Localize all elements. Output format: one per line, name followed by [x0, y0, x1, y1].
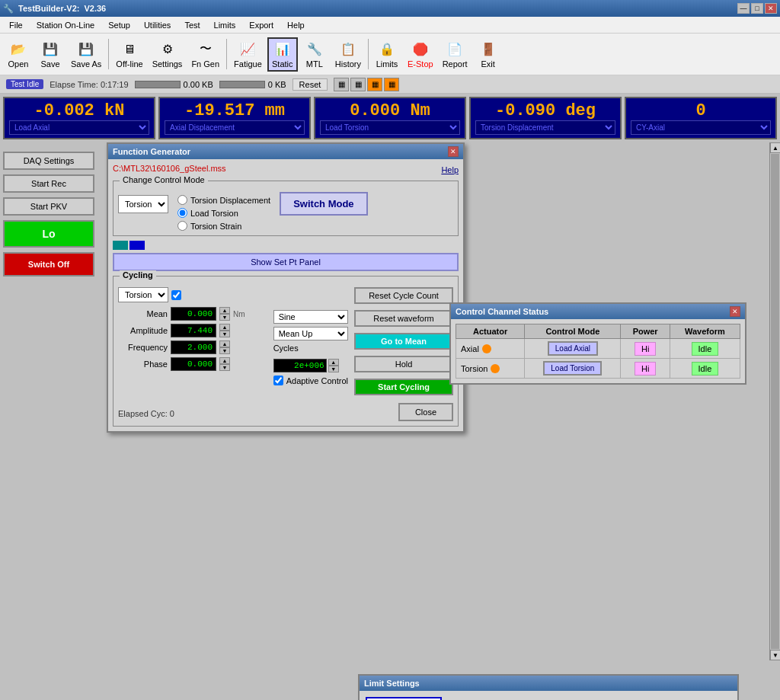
settings-icon: ⚙	[158, 40, 177, 59]
ccs-close-button[interactable]: ✕	[730, 306, 740, 317]
cycles-up[interactable]: ▲	[328, 359, 339, 366]
load-axial-mode-button[interactable]: Load Axial	[548, 341, 598, 356]
grid-icon-1[interactable]: ▦	[334, 78, 349, 91]
estop-button[interactable]: 🛑 E-Stop	[404, 38, 437, 71]
radio-torsion-displacement[interactable]: Torsion Displacement	[177, 195, 270, 205]
phase-up[interactable]: ▲	[219, 357, 230, 364]
mean-up[interactable]: ▲	[219, 307, 230, 314]
scroll-down-button[interactable]: ▼	[770, 650, 780, 660]
grid-icon-2[interactable]: ▦	[350, 78, 366, 91]
limits-button[interactable]: 🔒 Limits	[372, 38, 402, 71]
menu-export[interactable]: Export	[243, 19, 280, 31]
hold-button[interactable]: Hold	[354, 356, 453, 372]
fg-help-link[interactable]: Help	[441, 165, 459, 174]
cycling-checkbox[interactable]	[171, 290, 181, 300]
ccs-mode-axial: Load Axial	[525, 339, 621, 359]
start-cycling-button[interactable]: Start Cycling	[354, 379, 453, 395]
radio-load-torsion[interactable]: Load Torsion	[177, 208, 270, 218]
radio-torsion-strain[interactable]: Torsion Strain	[177, 221, 270, 231]
cycles-down[interactable]: ▼	[328, 366, 339, 372]
cycling-section: Cycling Torsion Axial Mean	[113, 276, 459, 427]
switch-mode-button[interactable]: Switch Mode	[280, 192, 367, 216]
axial-displacement-channel-select[interactable]: Axial Displacement	[165, 120, 305, 135]
direction-select[interactable]: Mean Up Mean Down	[273, 327, 348, 340]
report-button[interactable]: 📄 Report	[439, 38, 472, 71]
show-setpt-button[interactable]: Show Set Pt Panel	[113, 253, 459, 271]
load-torsion-channel-select[interactable]: Load Torsion	[320, 120, 460, 135]
mean-down[interactable]: ▼	[219, 314, 230, 321]
frequency-spinner[interactable]: ▲ ▼	[219, 340, 230, 354]
cy-axial-channel-select[interactable]: CY-Axial	[631, 120, 771, 135]
ccs-waveform-torsion: Idle	[670, 359, 740, 379]
start-pkv-button[interactable]: Start PKV	[3, 197, 94, 216]
lo-button[interactable]: Lo	[3, 220, 94, 248]
menu-limits[interactable]: Limits	[208, 19, 242, 31]
saveas-button[interactable]: 💾 Save As	[67, 38, 105, 71]
open-button[interactable]: 📂 Open	[3, 38, 34, 71]
go-to-mean-button[interactable]: Go to Mean	[354, 333, 453, 350]
menu-help[interactable]: Help	[281, 19, 311, 31]
phase-spinner[interactable]: ▲ ▼	[219, 357, 230, 371]
fngen-button[interactable]: 〜 Fn Gen	[187, 38, 223, 71]
cycles-value: 2e+006	[273, 359, 327, 372]
menu-utilities[interactable]: Utilities	[138, 19, 177, 31]
load-axial-channel-select[interactable]: Load Axial	[9, 120, 149, 135]
settings-button[interactable]: ⚙ Settings	[149, 38, 187, 71]
adaptive-control-label[interactable]: Adaptive Control	[273, 376, 348, 385]
ccs-row-axial: Axial Load Axial Hi Idle	[456, 339, 740, 359]
cycles-spinner[interactable]: ▲ ▼	[328, 359, 339, 372]
menu-file[interactable]: File	[3, 19, 29, 31]
grid-icon-4[interactable]: ▦	[384, 78, 399, 91]
maximize-button[interactable]: □	[751, 3, 763, 14]
start-rec-button[interactable]: Start Rec	[3, 174, 94, 193]
ccs-header-mode: Control Mode	[525, 324, 621, 339]
fg-close-icon[interactable]: ✕	[448, 146, 459, 157]
display-torsion-displacement: -0.090 deg Torsion Displacement	[469, 97, 622, 139]
amplitude-up[interactable]: ▲	[219, 324, 230, 331]
ccs-header-waveform: Waveform	[670, 324, 740, 339]
torsion-displacement-channel-select[interactable]: Torsion Displacement	[475, 120, 615, 135]
limit-channel-select[interactable]: Axial Torsion	[366, 697, 442, 700]
mean-spinner[interactable]: ▲ ▼	[219, 307, 230, 321]
scrollbar-vertical[interactable]: ▲ ▼	[769, 142, 780, 660]
menu-test[interactable]: Test	[178, 19, 206, 31]
grid-icon-3[interactable]: ▦	[367, 78, 382, 91]
save-button[interactable]: 💾 Save	[35, 38, 66, 71]
cycles-row: Cycles	[273, 344, 348, 353]
scroll-up-button[interactable]: ▲	[770, 142, 780, 153]
daq-settings-button[interactable]: DAQ Settings	[3, 152, 94, 170]
exit-icon: 🚪	[479, 40, 497, 59]
reset-waveform-button[interactable]: Reset waveform	[354, 310, 453, 327]
fatigue-button[interactable]: 📈 Fatigue	[230, 38, 266, 71]
menu-setup[interactable]: Setup	[102, 19, 136, 31]
load-torsion-mode-button[interactable]: Load Torsion	[543, 361, 602, 376]
limits-icon: 🔒	[378, 40, 396, 59]
fg-close-button[interactable]: Close	[398, 403, 453, 421]
switch-off-button[interactable]: Switch Off	[3, 252, 94, 276]
adaptive-checkbox[interactable]	[273, 376, 283, 385]
amplitude-down[interactable]: ▼	[219, 331, 230, 337]
menu-station[interactable]: Station On-Line	[30, 19, 101, 31]
waveform-select[interactable]: Sine Square Triangle	[273, 310, 348, 324]
reset-button[interactable]: Reset	[292, 78, 328, 91]
mode-dropdown[interactable]: Torsion Axial	[118, 195, 168, 213]
function-generator-window: Function Generator ✕ C:\MTL32\160106_gSt…	[107, 142, 465, 433]
exit-button[interactable]: 🚪 Exit	[473, 38, 503, 71]
cycling-channel-select[interactable]: Torsion Axial	[118, 287, 168, 302]
reset-cycle-count-button[interactable]: Reset Cycle Count	[354, 287, 453, 304]
history-button[interactable]: 📋 History	[331, 38, 365, 71]
mtl-button[interactable]: 🔧 MTL	[299, 38, 330, 71]
toolbar: 📂 Open 💾 Save 💾 Save As 🖥 Off-line ⚙ Set…	[0, 34, 780, 75]
frequency-down[interactable]: ▼	[219, 347, 230, 354]
minimize-button[interactable]: —	[737, 3, 750, 14]
amplitude-spinner[interactable]: ▲ ▼	[219, 324, 230, 337]
static-button[interactable]: 📊 Static	[267, 37, 298, 72]
ccs-content: Actuator Control Mode Power Waveform Axi…	[451, 319, 745, 383]
close-button[interactable]: ✕	[765, 3, 777, 14]
frequency-up[interactable]: ▲	[219, 340, 230, 347]
frequency-row: Frequency 2.000 ▲ ▼	[118, 340, 267, 354]
offline-button[interactable]: 🖥 Off-line	[112, 38, 146, 71]
phase-down[interactable]: ▼	[219, 364, 230, 371]
report-icon: 📄	[446, 40, 464, 59]
scroll-thumb[interactable]	[771, 154, 779, 649]
